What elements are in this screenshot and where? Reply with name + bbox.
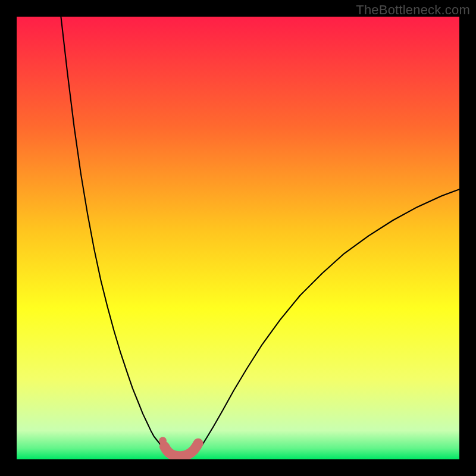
svg-rect-0 — [17, 17, 459, 459]
chart-svg — [17, 17, 459, 459]
chart-frame: TheBottleneck.com — [0, 0, 476, 476]
watermark-text: TheBottleneck.com — [356, 2, 470, 18]
upper-dot — [159, 437, 167, 444]
plot-area — [17, 17, 459, 459]
